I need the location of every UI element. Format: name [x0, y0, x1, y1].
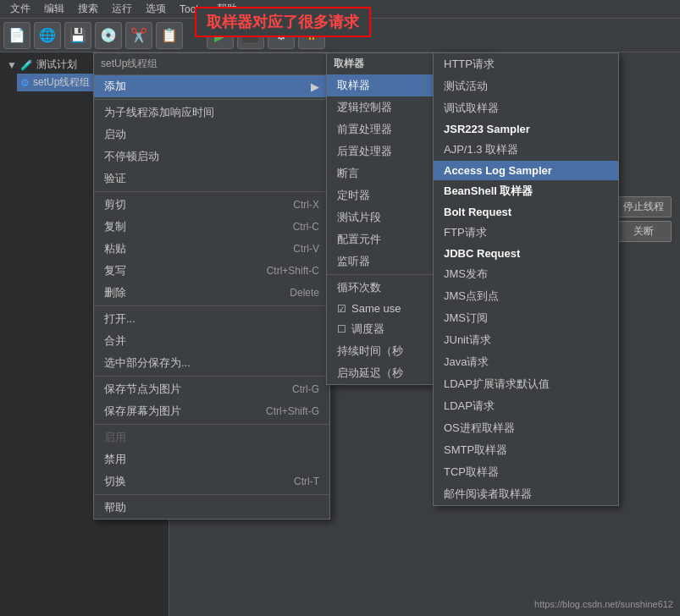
ctx-help[interactable]: 帮助	[94, 497, 329, 519]
ctx-no-pause-start[interactable]: 不停顿启动	[94, 146, 329, 168]
plan-icon: 🧪	[20, 59, 33, 71]
context-menu-1: setUp线程组 添加 ▶ 为子线程添加响应时间 启动 不停顿启动 验证 剪切 …	[93, 52, 330, 520]
ctx-jms-p2p[interactable]: JMS点到点	[434, 285, 618, 307]
ctx-java-request[interactable]: Java请求	[434, 351, 618, 373]
separator-6	[94, 494, 329, 495]
ctx-validate[interactable]: 验证	[94, 168, 329, 190]
watermark: https://blog.csdn.net/sunshine612	[534, 599, 673, 609]
ctx-beanshell-sampler[interactable]: BeanShell 取样器	[434, 180, 618, 202]
ctx-ldap-request[interactable]: LDAP请求	[434, 395, 618, 417]
uncheck-icon: ☐	[337, 323, 346, 335]
ctx-jsr223-sampler[interactable]: JSR223 Sampler	[434, 119, 618, 139]
ctx-http-request[interactable]: HTTP请求	[434, 53, 618, 75]
separator-2	[94, 191, 329, 192]
ctx-tcp-sampler[interactable]: TCP取样器	[434, 461, 618, 483]
ctx-copy[interactable]: 复制 Ctrl-C	[94, 216, 329, 238]
menu-bar: 文件 编辑 搜索 运行 选项 Tools 帮助 取样器对应了很多请求	[0, 0, 680, 19]
ctx-open[interactable]: 打开...	[94, 308, 329, 330]
add-arrow-icon: ▶	[311, 80, 319, 93]
copy-button[interactable]: 📋	[156, 22, 183, 49]
ctx-paste[interactable]: 粘贴 Ctrl-V	[94, 238, 329, 260]
menu-search[interactable]: 搜索	[71, 0, 105, 18]
ctx-jdbc-request[interactable]: JDBC Request	[434, 244, 618, 263]
ctx-bolt-request[interactable]: Bolt Request	[434, 202, 618, 222]
check-icon: ☑	[337, 303, 346, 315]
ctx-ajp-sampler[interactable]: AJP/1.3 取样器	[434, 139, 618, 161]
separator-4	[94, 376, 329, 377]
ctx-toggle[interactable]: 切换 Ctrl-T	[94, 470, 329, 492]
separator-5	[94, 424, 329, 425]
save-as-button[interactable]: 💿	[95, 22, 122, 49]
ctx-delete[interactable]: 删除 Delete	[94, 282, 329, 304]
ctx-access-log-sampler[interactable]: Access Log Sampler	[434, 161, 618, 180]
cut-button[interactable]: ✂️	[125, 22, 152, 49]
context-menu-3: HTTP请求 测试活动 调试取样器 JSR223 Sampler AJP/1.3…	[433, 52, 619, 506]
gear-icon: ⚙	[20, 77, 30, 89]
ctx-start[interactable]: 启动	[94, 124, 329, 146]
menu-edit[interactable]: 编辑	[37, 0, 71, 18]
ctx-junit-request[interactable]: JUnit请求	[434, 329, 618, 351]
ctx-save-node-image[interactable]: 保存节点为图片 Ctrl-G	[94, 378, 329, 400]
menu-run[interactable]: 运行	[105, 0, 139, 18]
ctx-duplicate[interactable]: 复写 Ctrl+Shift-C	[94, 260, 329, 282]
menu-options[interactable]: 选项	[139, 0, 173, 18]
annotation-text: 取样器对应了很多请求	[207, 14, 359, 30]
new-button[interactable]: 📄	[3, 22, 30, 49]
ctx-debug-sampler[interactable]: 调试取样器	[434, 97, 618, 119]
separator-1	[94, 99, 329, 100]
stop-area: 停止线程 关断	[616, 196, 672, 242]
ctx-jms-publish[interactable]: JMS发布	[434, 263, 618, 285]
ctx-mail-reader[interactable]: 邮件阅读者取样器	[434, 483, 618, 505]
ctx-smtp-sampler[interactable]: SMTP取样器	[434, 439, 618, 461]
ctx-ftp-request[interactable]: FTP请求	[434, 222, 618, 244]
menu-file[interactable]: 文件	[3, 0, 37, 18]
ctx-ldap-extended[interactable]: LDAP扩展请求默认值	[434, 373, 618, 395]
ctx-add-response-time[interactable]: 为子线程添加响应时间	[94, 102, 329, 124]
ctx-jms-subscribe[interactable]: JMS订阅	[434, 307, 618, 329]
ctx-cut[interactable]: 剪切 Ctrl-X	[94, 194, 329, 216]
ctx-save-screen-image[interactable]: 保存屏幕为图片 Ctrl+Shift-G	[94, 400, 329, 422]
shutdown-button[interactable]: 关断	[616, 221, 672, 242]
plan-label: 测试计划	[36, 58, 77, 72]
ctx-save-selection[interactable]: 选中部分保存为...	[94, 352, 329, 374]
add-label: 添加	[104, 79, 126, 94]
open-button[interactable]: 🌐	[34, 22, 61, 49]
ctx-add-item[interactable]: 添加 ▶	[94, 75, 329, 97]
separator-3	[94, 305, 329, 306]
ctx-menu-1-header: setUp线程组	[94, 53, 329, 75]
save-button[interactable]: 💾	[64, 22, 91, 49]
stop-thread-button[interactable]: 停止线程	[616, 196, 672, 217]
ctx-merge[interactable]: 合并	[94, 330, 329, 352]
ctx-test-action[interactable]: 测试活动	[434, 75, 618, 97]
triangle-icon: ▼	[7, 59, 17, 71]
ctx-enable: 启用	[94, 426, 329, 448]
ctx-disable[interactable]: 禁用	[94, 448, 329, 470]
ctx-os-process[interactable]: OS进程取样器	[434, 417, 618, 439]
thread-group-label: setUp线程组	[33, 75, 90, 90]
annotation-banner: 取样器对应了很多请求	[195, 7, 371, 37]
